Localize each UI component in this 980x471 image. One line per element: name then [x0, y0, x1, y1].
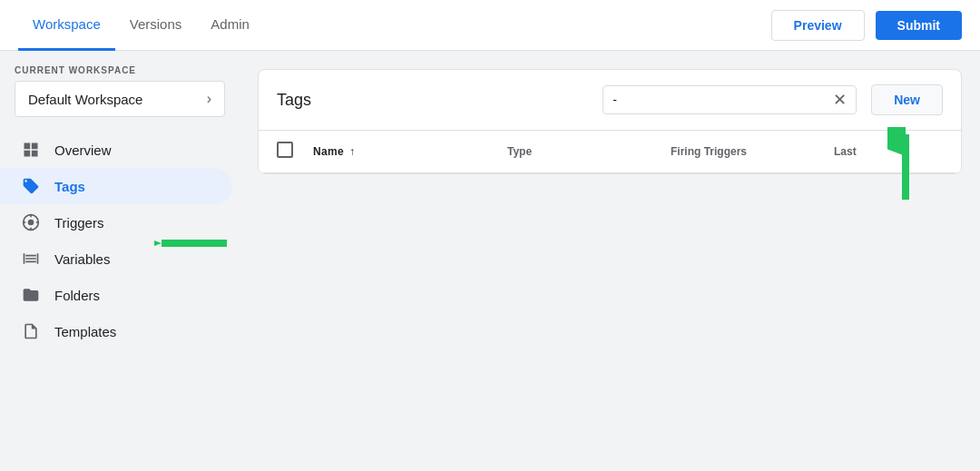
svg-point-1 — [28, 220, 34, 226]
col-header-name[interactable]: Name ↑ — [313, 145, 507, 158]
clear-search-button[interactable]: ✕ — [833, 92, 847, 108]
sidebar-item-templates[interactable]: Templates — [0, 313, 232, 349]
sort-asc-icon: ↑ — [349, 145, 355, 158]
col-firing-label: Firing Triggers — [671, 145, 747, 158]
sidebar-item-folders[interactable]: Folders — [0, 277, 232, 313]
overview-icon — [22, 141, 40, 159]
sidebar-item-variables[interactable]: Variables — [0, 240, 232, 277]
sidebar-item-tags[interactable]: Tags — [0, 168, 232, 204]
variables-icon — [22, 250, 40, 268]
workspace-name: Default Workspace — [28, 92, 142, 107]
col-name-label: Name — [313, 145, 344, 158]
col-header-type[interactable]: Type — [507, 145, 671, 158]
chevron-right-icon: › — [207, 91, 211, 107]
tab-admin[interactable]: Admin — [196, 0, 264, 51]
table-header: Name ↑ Type Firing Triggers Last — [259, 131, 961, 173]
card-header: Tags ✕ New — [259, 70, 961, 131]
nav-tabs: Workspace Versions Admin — [18, 0, 771, 51]
sidebar-item-label-overview: Overview — [54, 142, 112, 158]
workspace-selector[interactable]: Default Workspace › — [15, 81, 225, 117]
select-all-checkbox-cell — [277, 142, 313, 162]
tags-card: Tags ✕ New Name ↑ Type — [258, 69, 962, 174]
current-workspace-label: CURRENT WORKSPACE — [15, 65, 225, 75]
triggers-icon — [22, 213, 40, 231]
col-type-label: Type — [507, 145, 532, 158]
sidebar-item-label-tags: Tags — [54, 179, 85, 194]
tags-icon — [22, 177, 40, 195]
new-button[interactable]: New — [871, 84, 943, 115]
sidebar-item-label-folders: Folders — [54, 288, 100, 303]
workspace-section: CURRENT WORKSPACE Default Workspace › — [0, 51, 240, 124]
sidebar-item-overview[interactable]: Overview — [0, 132, 232, 168]
search-input[interactable] — [612, 93, 826, 107]
top-navigation: Workspace Versions Admin Preview Submit — [0, 0, 980, 51]
templates-icon — [22, 322, 40, 340]
folders-icon — [22, 286, 40, 304]
nav-actions: Preview Submit — [771, 10, 962, 41]
col-header-last[interactable]: Last — [834, 145, 943, 158]
submit-button[interactable]: Submit — [876, 11, 962, 40]
col-header-firing[interactable]: Firing Triggers — [671, 145, 834, 158]
main-layout: CURRENT WORKSPACE Default Workspace › Ov… — [0, 51, 980, 471]
card-title: Tags — [277, 91, 588, 110]
preview-button[interactable]: Preview — [771, 10, 865, 41]
select-all-checkbox[interactable] — [277, 142, 293, 158]
nav-items: Overview Tags Triggers — [0, 124, 240, 357]
col-last-label: Last — [834, 145, 857, 158]
sidebar-item-label-templates: Templates — [54, 324, 116, 339]
sidebar-item-label-triggers: Triggers — [54, 215, 103, 231]
tab-workspace[interactable]: Workspace — [18, 0, 115, 51]
sidebar: CURRENT WORKSPACE Default Workspace › Ov… — [0, 51, 240, 471]
tab-versions[interactable]: Versions — [115, 0, 197, 51]
search-container: ✕ — [603, 85, 857, 114]
sidebar-item-label-variables: Variables — [54, 251, 110, 267]
sidebar-item-triggers[interactable]: Triggers — [0, 204, 232, 240]
content-area: Tags ✕ New Name ↑ Type — [240, 51, 980, 471]
